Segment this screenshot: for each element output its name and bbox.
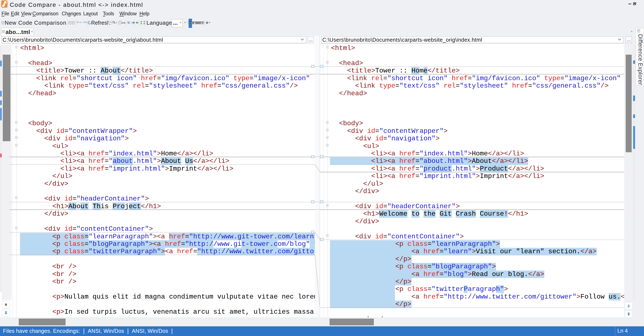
svg-text:b: b [124, 21, 126, 24]
svg-text:a: a [122, 21, 123, 24]
